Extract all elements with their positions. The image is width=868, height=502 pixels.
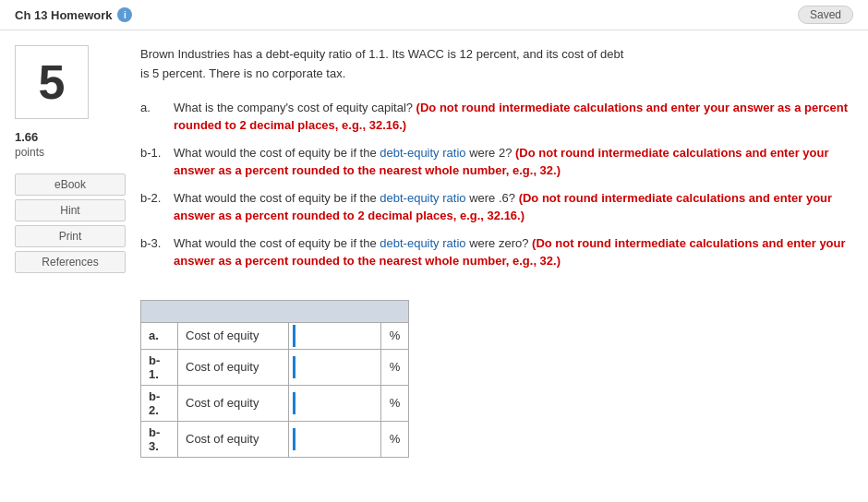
table-row-b3-label: b-3. [141,421,178,457]
table-row-b1-col: Cost of equity [178,349,289,385]
q-instruction-a: (Do not round intermediate calculations … [174,101,848,133]
q-instruction-b2: (Do not round intermediate calculations … [174,191,832,223]
question-list: a. What is the company's cost of equity … [140,99,853,270]
table-header [141,300,409,322]
input-b1[interactable] [293,356,377,378]
q-label-a: a. [140,99,174,135]
print-button[interactable]: Print [15,225,126,247]
input-b3[interactable] [293,428,377,450]
link-debt-equity-b3: debt-equity ratio [380,236,465,250]
table-row-b2: b-2. Cost of equity % [141,385,409,421]
table-row-a: a. Cost of equity % [141,322,409,349]
q-text-a: What is the company's cost of equity cap… [174,99,853,135]
ebook-button[interactable]: eBook [15,173,126,196]
problem-text: Brown Industries has a debt-equity ratio… [140,45,853,84]
table-row-b2-unit: % [381,385,409,421]
question-item-b2: b-2. What would the cost of equity be if… [140,189,853,225]
table-row-b3: b-3. Cost of equity % [141,421,409,457]
points-value: 1.66 [15,130,126,144]
hint-button[interactable]: Hint [15,199,126,221]
saved-badge: Saved [798,6,853,24]
table-row-b1-unit: % [381,349,409,385]
table-row-a-input-cell [289,322,381,349]
table-row-b1-input-cell [289,349,381,385]
problem-text-line2: is 5 percent. There is no corporate tax. [140,66,345,80]
table-row-a-col: Cost of equity [178,322,289,349]
info-icon[interactable]: i [117,7,132,22]
input-a[interactable] [293,325,377,347]
q-text-b2: What would the cost of equity be if the … [174,189,853,225]
table-row-b3-input-cell [289,421,381,457]
page-title: Ch 13 Homework [15,8,112,22]
question-item-b1: b-1. What would the cost of equity be if… [140,144,853,180]
q-instruction-b1: (Do not round intermediate calculations … [174,146,829,178]
table-row-a-label: a. [141,322,178,349]
q-text-b3: What would the cost of equity be if the … [174,234,853,270]
q-instruction-b3: (Do not round intermediate calculations … [174,236,846,269]
link-debt-equity-b2: debt-equity ratio [380,191,465,205]
table-row-b3-unit: % [381,421,409,457]
left-sidebar: 5 1.66 points eBook Hint Print Reference… [15,45,126,460]
answer-table: a. Cost of equity % b-1. Cost of equity [140,300,409,458]
answer-table-wrapper: a. Cost of equity % b-1. Cost of equity [140,300,409,458]
table-row-b2-col: Cost of equity [178,385,289,421]
sidebar-buttons: eBook Hint Print References [15,173,126,273]
main-content: 5 1.66 points eBook Hint Print Reference… [0,30,868,475]
question-number: 5 [39,54,66,110]
table-row-b3-col: Cost of equity [178,421,289,457]
table-row-a-unit: % [381,322,409,349]
question-number-box: 5 [15,45,89,119]
q-label-b3: b-3. [140,234,174,270]
q-label-b2: b-2. [140,189,174,225]
table-row-b1-label: b-1. [141,349,178,385]
q-label-b1: b-1. [140,144,174,180]
table-row-b2-label: b-2. [141,385,178,421]
problem-text-line1: Brown Industries has a debt-equity ratio… [140,47,623,61]
references-button[interactable]: References [15,251,126,273]
link-debt-equity-b1: debt-equity ratio [380,146,465,160]
question-item-a: a. What is the company's cost of equity … [140,99,853,135]
right-content: Brown Industries has a debt-equity ratio… [140,45,853,460]
input-b2[interactable] [293,392,377,414]
points-label: points [15,146,126,159]
top-bar: Ch 13 Homework i Saved [0,0,868,30]
q-text-b1: What would the cost of equity be if the … [174,144,853,180]
table-row-b1: b-1. Cost of equity % [141,349,409,385]
question-item-b3: b-3. What would the cost of equity be if… [140,234,853,270]
table-row-b2-input-cell [289,385,381,421]
